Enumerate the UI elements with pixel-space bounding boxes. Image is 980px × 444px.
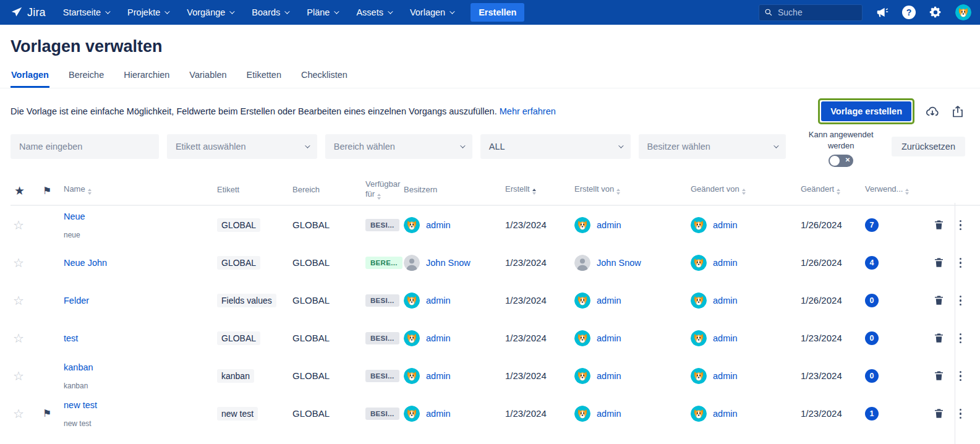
template-name-link[interactable]: Neue John — [64, 258, 107, 268]
delete-trash-icon[interactable] — [933, 294, 945, 306]
created-by-link[interactable]: admin — [597, 333, 621, 343]
more-actions-kebab-icon[interactable] — [958, 408, 963, 421]
usage-count-badge[interactable]: 0 — [865, 331, 879, 345]
nav-item-vorgaenge[interactable]: Vorgänge — [187, 7, 233, 17]
usage-count-badge[interactable]: 4 — [865, 256, 879, 270]
created-by-link[interactable]: admin — [597, 296, 621, 305]
more-actions-kebab-icon[interactable] — [958, 294, 963, 307]
search-input[interactable] — [778, 7, 857, 17]
column-header-besitzern[interactable]: Besitzern — [399, 182, 500, 200]
favorite-star-icon[interactable]: ☆ — [11, 218, 38, 233]
help-icon[interactable]: ? — [902, 6, 916, 19]
create-button[interactable]: Erstellen — [471, 3, 524, 22]
column-header-verwendet[interactable]: Verwend... — [860, 182, 917, 200]
tab-checklisten[interactable]: Checklisten — [300, 70, 348, 88]
column-header-erstellt[interactable]: Erstellt — [500, 182, 569, 200]
learn-more-link[interactable]: Mehr erfahren — [500, 106, 556, 116]
table-scrollbar[interactable] — [955, 203, 955, 444]
delete-trash-icon[interactable] — [933, 332, 945, 344]
usage-count-badge[interactable]: 7 — [865, 218, 879, 232]
can-apply-toggle[interactable]: ✕ — [829, 155, 853, 167]
modified-by-link[interactable]: admin — [713, 220, 738, 230]
created-by-link[interactable]: admin — [597, 409, 621, 419]
nav-item-boards[interactable]: Boards — [252, 7, 288, 17]
delete-trash-icon[interactable] — [933, 219, 945, 231]
delete-trash-icon[interactable] — [933, 370, 945, 382]
column-header-bereich[interactable]: Bereich — [288, 182, 360, 200]
owner-link[interactable]: admin — [426, 296, 451, 305]
tab-etiketten[interactable]: Etiketten — [246, 70, 282, 88]
created-by-avatar — [574, 368, 590, 384]
modified-by-link[interactable]: admin — [713, 371, 738, 381]
more-actions-kebab-icon[interactable] — [958, 332, 963, 345]
modified-by-link[interactable]: admin — [713, 296, 738, 305]
table-row: ☆ ⚑ new testnew test new test GLOBAL BES… — [11, 395, 980, 432]
favorite-star-icon[interactable]: ☆ — [11, 293, 38, 308]
create-template-button[interactable]: Vorlage erstellen — [821, 101, 911, 121]
column-header-erstellt-von[interactable]: Erstellt von — [569, 182, 686, 200]
name-filter-input[interactable] — [19, 142, 150, 152]
created-by-link[interactable]: admin — [597, 220, 621, 230]
column-header-etikett[interactable]: Etikett — [212, 182, 288, 200]
column-header-name[interactable]: Name — [59, 182, 212, 200]
created-by-link[interactable]: admin — [597, 371, 621, 381]
flagged-flag-icon[interactable]: ⚑ — [38, 408, 59, 419]
label-filter-select[interactable]: Etikett auswählen — [167, 134, 317, 159]
favorite-star-icon[interactable]: ☆ — [11, 369, 38, 383]
created-by-avatar — [574, 406, 590, 422]
import-cloud-download-icon[interactable] — [925, 104, 940, 119]
owner-link[interactable]: admin — [426, 409, 451, 419]
reset-filters-button[interactable]: Zurücksetzen — [892, 137, 965, 156]
delete-trash-icon[interactable] — [933, 408, 945, 419]
tab-hierarchien[interactable]: Hierarchien — [123, 70, 170, 88]
column-header-geaendert-von[interactable]: Geändert von — [686, 182, 796, 200]
nav-item-assets[interactable]: Assets — [356, 7, 391, 17]
modified-by-link[interactable]: admin — [713, 409, 738, 419]
template-name-link[interactable]: kanban — [64, 362, 93, 372]
favorite-star-icon[interactable]: ☆ — [11, 331, 38, 346]
tab-vorlagen[interactable]: Vorlagen — [11, 70, 49, 88]
nav-item-startseite[interactable]: Startseite — [63, 7, 109, 17]
announcements-megaphone-icon[interactable] — [875, 5, 890, 20]
more-actions-kebab-icon[interactable] — [958, 219, 963, 232]
more-actions-kebab-icon[interactable] — [958, 370, 963, 383]
user-avatar[interactable] — [955, 4, 971, 20]
owner-link[interactable]: John Snow — [426, 258, 471, 268]
modified-by-avatar — [691, 292, 707, 309]
modified-by-link[interactable]: admin — [713, 258, 738, 268]
usage-count-badge[interactable]: 0 — [865, 369, 879, 383]
available-for-badge: BESI... — [365, 370, 399, 382]
owner-link[interactable]: admin — [426, 371, 451, 381]
modified-by-link[interactable]: admin — [713, 333, 738, 343]
export-icon[interactable] — [950, 104, 965, 119]
more-actions-kebab-icon[interactable] — [958, 257, 963, 270]
owner-filter-select[interactable]: Besitzer wählen — [639, 134, 786, 159]
nav-item-projekte[interactable]: Projekte — [127, 7, 168, 17]
settings-gear-icon[interactable] — [928, 5, 943, 20]
tab-variablen[interactable]: Variablen — [189, 70, 227, 88]
favorite-star-icon[interactable]: ☆ — [11, 255, 38, 270]
column-label: Name — [64, 184, 85, 194]
column-header-verfuegbar-fuer[interactable]: Verfügbar für — [360, 177, 399, 205]
jira-logo[interactable]: Jira — [10, 6, 46, 19]
type-filter-select[interactable]: ALL — [480, 134, 631, 159]
usage-count-badge[interactable]: 0 — [865, 294, 879, 307]
tab-bereiche[interactable]: Bereiche — [68, 70, 104, 88]
nav-item-plaene[interactable]: Pläne — [307, 7, 338, 17]
created-by-link[interactable]: John Snow — [597, 258, 641, 268]
template-name-link[interactable]: test — [64, 333, 78, 343]
search-box[interactable] — [759, 4, 863, 21]
column-header-geaendert[interactable]: Geändert — [796, 182, 860, 200]
owner-link[interactable]: admin — [426, 333, 451, 343]
usage-count-badge[interactable]: 1 — [865, 407, 879, 421]
favorite-column-star-icon[interactable]: ★ — [11, 184, 38, 198]
template-name-link[interactable]: Felder — [64, 296, 89, 305]
flag-column-flag-icon[interactable]: ⚑ — [38, 185, 59, 197]
template-name-link[interactable]: Neue — [64, 211, 85, 221]
template-name-link[interactable]: new test — [64, 400, 97, 410]
owner-link[interactable]: admin — [426, 220, 451, 230]
nav-item-vorlagen[interactable]: Vorlagen — [410, 7, 453, 17]
area-filter-select[interactable]: Bereich wählen — [325, 134, 472, 159]
delete-trash-icon[interactable] — [933, 257, 945, 268]
favorite-star-icon[interactable]: ☆ — [11, 406, 38, 421]
